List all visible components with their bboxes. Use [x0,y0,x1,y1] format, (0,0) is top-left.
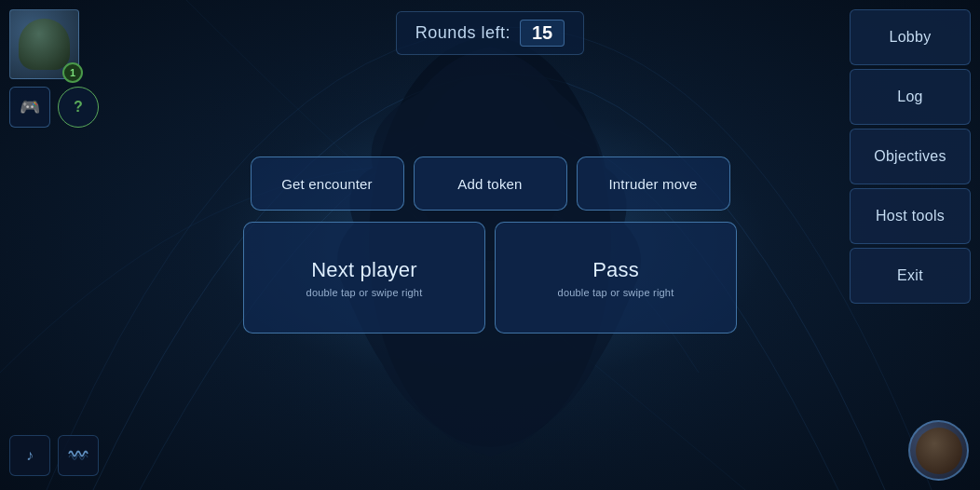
gamepad-button[interactable]: 🎮 [9,87,50,128]
objectives-button[interactable]: Objectives [850,129,971,184]
help-button[interactable]: ? [58,87,99,128]
player-avatar-container: 1 [9,9,79,79]
host-tools-button[interactable]: Host tools [850,188,971,244]
pass-sublabel: double tap or swipe right [558,287,674,298]
pass-button[interactable]: Pass double tap or swipe right [495,222,737,333]
rounds-value: 15 [520,20,565,47]
question-icon: ? [74,99,83,116]
right-sidebar: Lobby Log Objectives Host tools Exit [850,0,980,490]
header: Rounds left: 15 [0,0,980,65]
wave-button[interactable] [58,435,99,476]
avatar-figure [19,19,70,70]
exit-button[interactable]: Exit [850,248,971,304]
action-row-1: Get encounter Add token Intruder move [251,157,730,211]
rounds-label: Rounds left: [415,23,510,43]
icon-button-group: 🎮 ? [9,87,99,128]
music-icon: ♪ [26,447,34,464]
bottom-right-avatar [908,420,969,481]
intruder-move-button[interactable]: Intruder move [577,157,730,211]
main-buttons-panel: Get encounter Add token Intruder move Ne… [243,157,737,333]
log-button[interactable]: Log [850,69,971,125]
action-row-2: Next player double tap or swipe right Pa… [243,222,737,333]
get-encounter-button[interactable]: Get encounter [251,157,404,211]
wave-icon [68,445,88,466]
music-button[interactable]: ♪ [9,435,50,476]
bottom-left-panel: ♪ [9,435,99,476]
next-player-sublabel: double tap or swipe right [306,287,423,298]
gamepad-icon: 🎮 [20,97,40,117]
rounds-container: Rounds left: 15 [396,11,584,55]
player-badge: 1 [62,62,83,83]
top-left-panel: 1 🎮 ? [9,9,99,128]
next-player-button[interactable]: Next player double tap or swipe right [243,222,485,333]
avatar-face-detail [916,428,962,474]
add-token-button[interactable]: Add token [414,157,567,211]
lobby-button[interactable]: Lobby [850,9,971,65]
